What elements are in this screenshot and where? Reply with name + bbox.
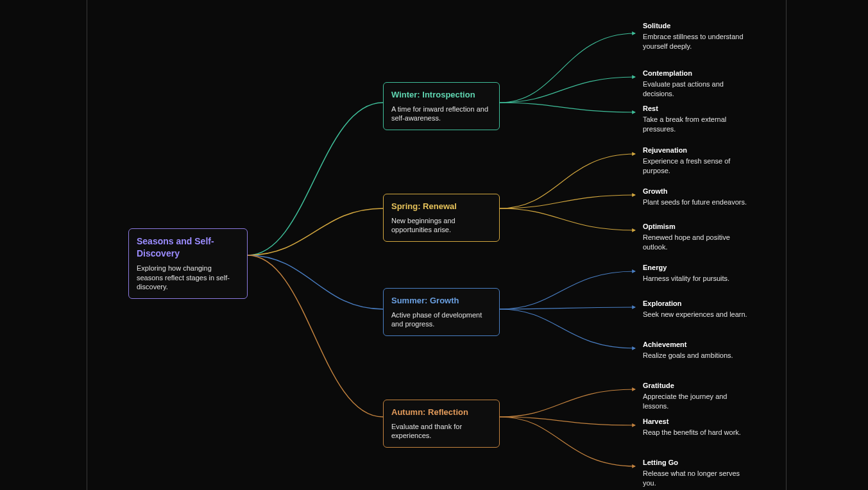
leaf-node-growth[interactable]: Growth Plant seeds for future endeavors. — [643, 187, 752, 207]
leaf-title: Growth — [643, 187, 752, 195]
root-desc: Exploring how changing seasons reflect s… — [137, 264, 239, 292]
season-title: Spring: Renewal — [391, 201, 491, 212]
edge-autumn-gratitude — [500, 389, 635, 417]
leaf-node-gratitude[interactable]: Gratitude Appreciate the journey and les… — [643, 382, 752, 411]
leaf-desc: Release what no longer serves you. — [643, 469, 752, 488]
season-desc: Evaluate and thank for experiences. — [391, 422, 491, 441]
leaf-title: Exploration — [643, 300, 752, 307]
leaf-title: Rejuvenation — [643, 146, 752, 154]
root-title: Seasons and Self-Discovery — [137, 235, 239, 260]
edge-autumn-letting-go — [500, 417, 635, 466]
edge-root-autumn — [248, 255, 383, 417]
season-node-summer[interactable]: Summer: Growth Active phase of developme… — [383, 288, 500, 336]
season-title: Winter: Introspection — [391, 89, 491, 101]
leaf-title: Energy — [643, 264, 752, 271]
leaf-title: Gratitude — [643, 382, 752, 389]
edge-spring-growth — [500, 195, 635, 208]
leaf-desc: Evaluate past actions and decisions. — [643, 80, 752, 99]
leaf-node-harvest[interactable]: Harvest Reap the benefits of hard work. — [643, 418, 752, 437]
leaf-title: Optimism — [643, 223, 752, 230]
mindmap-canvas[interactable]: Seasons and Self-Discovery Exploring how… — [0, 0, 868, 490]
edge-spring-rejuvenation — [500, 154, 635, 208]
leaf-desc: Take a break from external pressures. — [643, 115, 752, 134]
season-desc: A time for inward reflection and self-aw… — [391, 105, 491, 124]
leaf-desc: Seek new experiences and learn. — [643, 310, 752, 319]
leaf-desc: Realize goals and ambitions. — [643, 351, 752, 360]
season-title: Autumn: Reflection — [391, 407, 491, 418]
edge-spring-optimism — [500, 208, 635, 230]
leaf-desc: Plant seeds for future endeavors. — [643, 198, 752, 207]
edge-winter-solitude — [500, 33, 635, 103]
edge-winter-rest — [500, 103, 635, 112]
edge-root-summer — [248, 255, 383, 309]
leaf-title: Harvest — [643, 418, 752, 425]
season-title: Summer: Growth — [391, 295, 491, 307]
edge-summer-exploration — [500, 307, 635, 309]
leaf-node-rejuvenation[interactable]: Rejuvenation Experience a fresh sense of… — [643, 146, 752, 176]
leaf-title: Contemplation — [643, 69, 752, 77]
leaf-title: Rest — [643, 105, 752, 112]
leaf-desc: Harness vitality for pursuits. — [643, 274, 752, 283]
leaf-desc: Appreciate the journey and lessons. — [643, 392, 752, 411]
leaf-node-energy[interactable]: Energy Harness vitality for pursuits. — [643, 264, 752, 283]
leaf-node-rest[interactable]: Rest Take a break from external pressure… — [643, 105, 752, 134]
edge-winter-contemplation — [500, 77, 635, 103]
leaf-title: Achievement — [643, 341, 752, 348]
leaf-desc: Experience a fresh sense of purpose. — [643, 156, 752, 176]
edge-autumn-harvest — [500, 417, 635, 425]
leaf-desc: Embrace stillness to understand yourself… — [643, 32, 752, 51]
edge-summer-achievement — [500, 309, 635, 348]
leaf-node-achievement[interactable]: Achievement Realize goals and ambitions. — [643, 341, 752, 360]
edge-summer-energy — [500, 271, 635, 309]
leaf-node-exploration[interactable]: Exploration Seek new experiences and lea… — [643, 300, 752, 319]
season-node-winter[interactable]: Winter: Introspection A time for inward … — [383, 82, 500, 130]
root-node[interactable]: Seasons and Self-Discovery Exploring how… — [128, 228, 248, 299]
leaf-title: Solitude — [643, 22, 752, 30]
leaf-desc: Renewed hope and positive outlook. — [643, 233, 752, 252]
leaf-node-letting-go[interactable]: Letting Go Release what no longer serves… — [643, 459, 752, 488]
leaf-node-solitude[interactable]: Solitude Embrace stillness to understand… — [643, 22, 752, 51]
season-node-autumn[interactable]: Autumn: Reflection Evaluate and thank fo… — [383, 400, 500, 448]
edge-root-spring — [248, 208, 383, 255]
leaf-node-optimism[interactable]: Optimism Renewed hope and positive outlo… — [643, 223, 752, 252]
season-desc: Active phase of development and progress… — [391, 310, 491, 330]
leaf-node-contemplation[interactable]: Contemplation Evaluate past actions and … — [643, 69, 752, 99]
leaf-desc: Reap the benefits of hard work. — [643, 428, 752, 437]
leaf-title: Letting Go — [643, 459, 752, 466]
season-node-spring[interactable]: Spring: Renewal New beginnings and oppor… — [383, 194, 500, 242]
season-desc: New beginnings and opportunities arise. — [391, 216, 491, 235]
edge-root-winter — [248, 103, 383, 255]
